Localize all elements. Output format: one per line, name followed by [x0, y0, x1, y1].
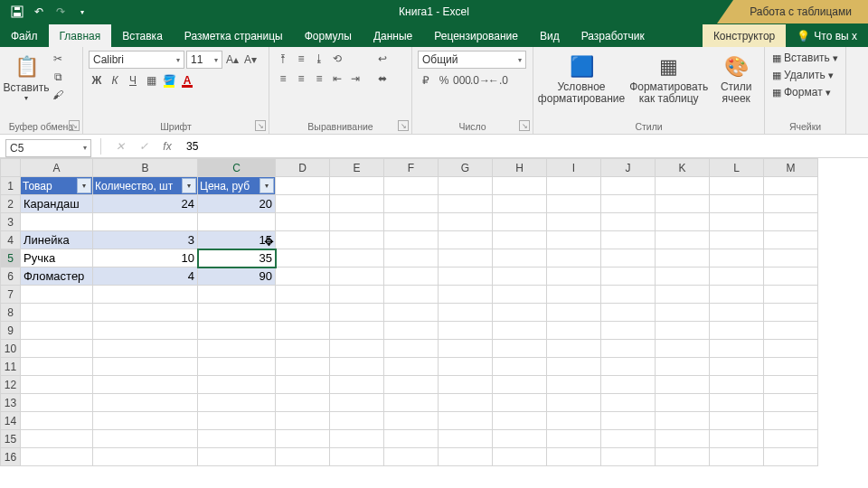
cell-B5[interactable]: 10: [93, 249, 198, 267]
format-as-table-button[interactable]: ▦Форматировать как таблицу: [627, 51, 711, 105]
col-header-F[interactable]: F: [384, 159, 439, 177]
align-bottom-icon[interactable]: ⭳: [311, 51, 327, 67]
row-header-14[interactable]: 14: [1, 412, 21, 430]
font-launcher[interactable]: ↘: [255, 120, 266, 131]
fx-icon[interactable]: fx: [157, 140, 177, 153]
col-header-B[interactable]: B: [93, 159, 198, 177]
row-header-16[interactable]: 16: [1, 448, 21, 466]
col-header-M[interactable]: M: [764, 159, 818, 177]
cell-C6[interactable]: 90: [198, 267, 276, 286]
number-launcher[interactable]: ↘: [519, 120, 530, 131]
clipboard-launcher[interactable]: ↘: [69, 120, 80, 131]
filter-icon[interactable]: ▾: [259, 178, 274, 193]
cell-B2[interactable]: 24: [93, 195, 198, 213]
italic-button[interactable]: К: [107, 72, 123, 89]
select-all-corner[interactable]: [1, 159, 21, 177]
cell-B6[interactable]: 4: [93, 267, 198, 286]
col-header-H[interactable]: H: [493, 159, 547, 177]
currency-icon[interactable]: ₽: [418, 72, 434, 89]
merge-icon[interactable]: ⬌: [370, 70, 395, 87]
cell-A3[interactable]: [21, 213, 93, 231]
col-header-L[interactable]: L: [710, 159, 764, 177]
copy-icon[interactable]: ⧉: [50, 69, 66, 85]
underline-button[interactable]: Ч: [125, 72, 141, 89]
row-header-11[interactable]: 11: [1, 358, 21, 376]
cell-C5[interactable]: 35: [198, 249, 276, 267]
qat-customize-icon[interactable]: ▾: [72, 2, 92, 22]
inc-decimal-icon[interactable]: .0→: [472, 72, 488, 89]
insert-cells-button[interactable]: ▦ Вставить ▾: [770, 51, 840, 65]
table-header-b[interactable]: Количество, шт▾: [93, 177, 198, 195]
row-header-2[interactable]: 2: [1, 195, 21, 213]
cancel-icon[interactable]: ✕: [110, 140, 130, 153]
grow-font-icon[interactable]: A▴: [224, 52, 241, 68]
save-icon[interactable]: [7, 2, 27, 22]
cell-A4[interactable]: Линейка: [21, 231, 93, 249]
enter-icon[interactable]: ✓: [134, 140, 154, 153]
row-header-6[interactable]: 6: [1, 267, 21, 286]
row-header-15[interactable]: 15: [1, 430, 21, 448]
row-header-12[interactable]: 12: [1, 376, 21, 394]
cell-A5[interactable]: Ручка: [21, 249, 93, 267]
worksheet[interactable]: A B C D E F G H I J K L M 1 Товар▾ Колич…: [0, 158, 868, 466]
tell-me[interactable]: 💡Что вы х: [786, 24, 868, 47]
indent-dec-icon[interactable]: ⇤: [329, 70, 345, 87]
row-header-5[interactable]: 5: [1, 249, 21, 267]
percent-icon[interactable]: %: [436, 72, 452, 89]
indent-inc-icon[interactable]: ⇥: [347, 70, 363, 87]
redo-icon[interactable]: ↷: [51, 2, 71, 22]
tab-developer[interactable]: Разработчик: [571, 24, 656, 47]
comma-icon[interactable]: 000: [454, 72, 470, 89]
col-header-D[interactable]: D: [276, 159, 330, 177]
filter-icon[interactable]: ▾: [182, 178, 196, 193]
dec-decimal-icon[interactable]: ←.0: [490, 72, 506, 89]
shrink-font-icon[interactable]: A▾: [242, 52, 259, 68]
tab-file[interactable]: Файл: [0, 24, 49, 47]
tab-view[interactable]: Вид: [529, 24, 571, 47]
wrap-text-icon[interactable]: ↩: [370, 51, 395, 67]
row-header-9[interactable]: 9: [1, 322, 21, 340]
paste-button[interactable]: 📋 Вставить ▾: [5, 51, 47, 102]
tab-insert[interactable]: Вставка: [111, 24, 174, 47]
font-color-button[interactable]: А: [179, 72, 195, 89]
tab-data[interactable]: Данные: [363, 24, 423, 47]
align-top-icon[interactable]: ⭱: [275, 51, 291, 67]
font-size-combo[interactable]: 11▾: [186, 51, 222, 69]
cell-A6[interactable]: Фломастер: [21, 267, 93, 286]
col-header-I[interactable]: I: [547, 159, 601, 177]
row-header-10[interactable]: 10: [1, 340, 21, 358]
col-header-G[interactable]: G: [439, 159, 493, 177]
cell-styles-button[interactable]: 🎨Стили ячеек: [713, 51, 759, 105]
fill-color-button[interactable]: 🪣: [161, 72, 177, 89]
cell-B3[interactable]: [93, 213, 198, 231]
col-header-C[interactable]: C: [198, 159, 276, 177]
col-header-A[interactable]: A: [21, 159, 93, 177]
cell-B4[interactable]: 3: [93, 231, 198, 249]
row-header-13[interactable]: 13: [1, 394, 21, 412]
bold-button[interactable]: Ж: [89, 72, 105, 89]
cell-A2[interactable]: Карандаш: [21, 195, 93, 213]
tab-review[interactable]: Рецензирование: [423, 24, 529, 47]
cell-C2[interactable]: 20: [198, 195, 276, 213]
row-header-1[interactable]: 1: [1, 177, 21, 195]
font-name-combo[interactable]: Calibri▾: [89, 51, 184, 69]
formula-input[interactable]: [181, 140, 868, 153]
align-launcher[interactable]: ↘: [398, 120, 409, 131]
table-header-a[interactable]: Товар▾: [21, 177, 93, 195]
align-center-icon[interactable]: ≡: [293, 70, 309, 87]
col-header-J[interactable]: J: [601, 159, 656, 177]
align-middle-icon[interactable]: ≡: [293, 51, 309, 67]
tab-layout[interactable]: Разметка страницы: [174, 24, 294, 47]
tab-formulas[interactable]: Формулы: [294, 24, 363, 47]
col-header-E[interactable]: E: [330, 159, 384, 177]
tab-design[interactable]: Конструктор: [703, 24, 786, 47]
format-cells-button[interactable]: ▦ Формат ▾: [770, 85, 833, 99]
col-header-K[interactable]: K: [656, 159, 710, 177]
row-header-7[interactable]: 7: [1, 286, 21, 304]
align-right-icon[interactable]: ≡: [311, 70, 327, 87]
cell-C4[interactable]: 15: [198, 231, 276, 249]
filter-icon[interactable]: ▾: [77, 178, 91, 193]
row-header-8[interactable]: 8: [1, 304, 21, 322]
table-header-c[interactable]: Цена, руб▾: [198, 177, 276, 195]
undo-icon[interactable]: ↶: [29, 2, 49, 22]
